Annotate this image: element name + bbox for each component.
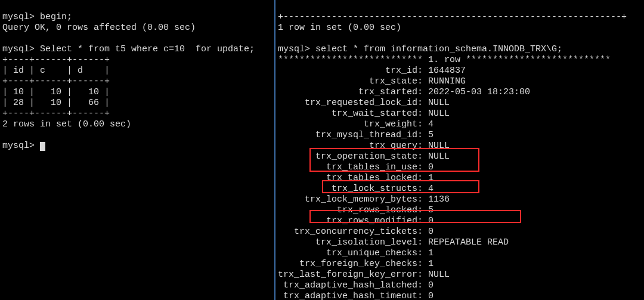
kv-row: trx_operation_state: NULL (278, 151, 642, 162)
terminal-split: mysql> begin; Query OK, 0 rows affected … (0, 0, 644, 300)
kv-row: trx_id: 1644837 (278, 66, 642, 76)
right-terminal[interactable]: +---------------------------------------… (275, 0, 644, 300)
prompt: mysql> (2, 44, 35, 54)
kv-row: trx_state: RUNNING (278, 76, 642, 87)
kv-row: trx_mysql_thread_id: 5 (278, 130, 642, 141)
prompt: mysql> (2, 12, 35, 22)
table-border: +---------------------------------------… (278, 12, 627, 22)
cmd-select-trx: select * from information_schema.INNODB_… (315, 44, 562, 54)
kv-row: trx_foreign_key_checks: 1 (278, 259, 642, 270)
kv-row: trx_tables_locked: 1 (278, 173, 642, 184)
resp-begin: Query OK, 0 rows affected (0.00 sec) (2, 23, 196, 33)
kv-list: trx_id: 1644837 trx_state: RUNNING trx_s… (278, 66, 642, 300)
kv-row: trx_wait_started: NULL (278, 109, 642, 119)
kv-row: trx_weight: 4 (278, 119, 642, 130)
table-border: +----+------+------+ (2, 55, 110, 65)
cmd-select: Select * from t5 where c=10 for update; (40, 44, 255, 54)
kv-row: trx_rows_locked: 5 (278, 205, 642, 216)
kv-row: trx_concurrency_tickets: 0 (278, 227, 642, 237)
table-header: | id | c | d | (2, 66, 110, 76)
cmd-begin: begin; (40, 12, 72, 22)
resp-rows: 1 row in set (0.00 sec) (278, 23, 401, 33)
table-border: +----+------+------+ (2, 109, 110, 119)
kv-row: trx_rows_modified: 0 (278, 216, 642, 227)
kv-row: trx_adaptive_hash_timeout: 0 (278, 291, 642, 300)
kv-row: trx_lock_structs: 4 (278, 184, 642, 194)
resp-rows: 2 rows in set (0.00 sec) (2, 119, 131, 129)
cursor (40, 142, 45, 151)
kv-row: trx_last_foreign_key_error: NULL (278, 270, 642, 280)
kv-row: trx_requested_lock_id: NULL (278, 98, 642, 109)
kv-row: trx_isolation_level: REPEATABLE READ (278, 237, 642, 248)
table-row: | 10 | 10 | 10 | (2, 87, 110, 97)
table-border: +----+------+------+ (2, 76, 110, 86)
kv-row: trx_lock_memory_bytes: 1136 (278, 194, 642, 205)
prompt: mysql> (2, 141, 35, 151)
kv-row: trx_adaptive_hash_latched: 0 (278, 280, 642, 291)
table-row: | 28 | 10 | 66 | (2, 98, 110, 108)
left-terminal[interactable]: mysql> begin; Query OK, 0 rows affected … (0, 0, 275, 300)
row-separator: *************************** 1. row *****… (278, 55, 611, 65)
kv-row: trx_tables_in_use: 0 (278, 162, 642, 173)
kv-row: trx_started: 2022-05-03 18:23:00 (278, 87, 642, 98)
prompt: mysql> (278, 44, 310, 54)
kv-row: trx_query: NULL (278, 141, 642, 151)
kv-row: trx_unique_checks: 1 (278, 248, 642, 259)
